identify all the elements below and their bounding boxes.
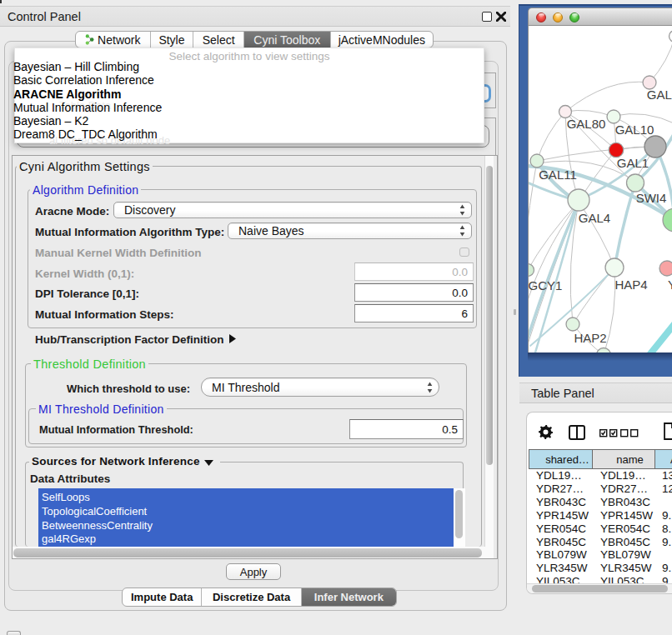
svg-text:GAL80: GAL80: [567, 117, 606, 131]
svg-text:GAL7: GAL7: [647, 88, 672, 102]
svg-text:GCY1: GCY1: [529, 278, 562, 292]
svg-text:SWI4: SWI4: [636, 191, 667, 205]
svg-text:GAL10: GAL10: [615, 122, 654, 137]
svg-text:HAP4: HAP4: [614, 278, 647, 292]
svg-text:GAL1: GAL1: [617, 156, 649, 170]
svg-text:YJR: YJR: [668, 278, 672, 292]
svg-text:GAL4: GAL4: [579, 211, 610, 225]
svg-text:GAL11: GAL11: [539, 168, 577, 182]
svg-text:HAP2: HAP2: [574, 331, 606, 345]
